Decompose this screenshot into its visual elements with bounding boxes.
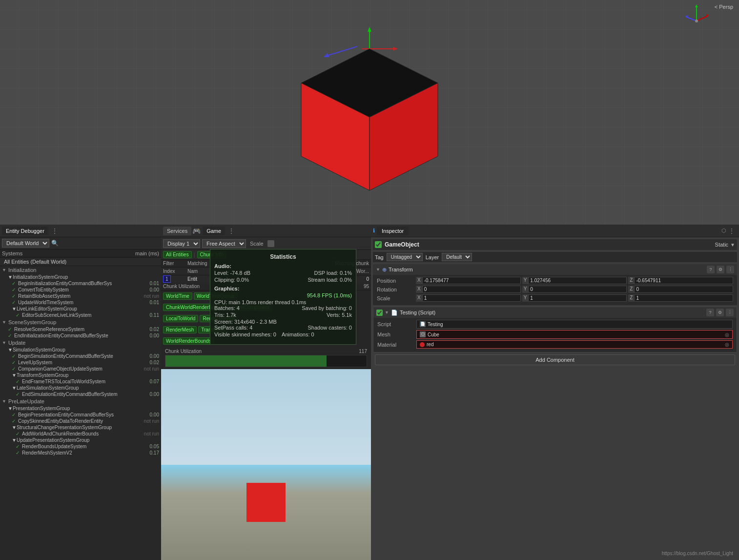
material-field: Material red ◎ <box>377 340 733 349</box>
chunk-util-section-2: Chunk Utilization 117 <box>161 347 371 369</box>
rot-y-input[interactable] <box>528 286 627 293</box>
system-ConvertToEntity[interactable]: ✓ ConvertToEntitySystem 0.00 <box>0 287 161 293</box>
system-BeginSim[interactable]: ✓ BeginSimulationEntityCommandBufferSyst… <box>0 353 161 359</box>
maximize-button[interactable] <box>267 240 274 247</box>
system-RenderMeshV2[interactable]: ✓ RenderMeshSystemV2 0.17 <box>0 450 161 456</box>
group-update[interactable]: ▼ Update <box>0 339 161 347</box>
tag-LocalToWorld[interactable]: LocalToWorld <box>163 315 198 322</box>
group-prelate[interactable]: ▼ PreLateUpdate <box>0 397 161 405</box>
system-UpdatePres[interactable]: ▼ UpdatePresentationSystemGroup <box>0 437 161 443</box>
testing-menu-btn[interactable]: ⋮ <box>726 309 734 316</box>
system-LiveLinkEditor[interactable]: ▼ LiveLinkEditorSystemGroup <box>0 306 161 312</box>
system-BeginInit[interactable]: ✓ BeginInitializationEntityCommandBuffer… <box>0 280 161 287</box>
saved-batching: Saved by batching: 0 <box>302 305 352 311</box>
transform-settings-btn[interactable]: ⚙ <box>717 266 724 273</box>
material-select-btn[interactable]: ◎ <box>725 342 729 347</box>
check-icon: ✓ <box>12 360 17 365</box>
rot-z-input[interactable] <box>634 286 733 293</box>
go-active-checkbox[interactable] <box>375 241 382 248</box>
system-EndInit[interactable]: ✓ EndInitializationEntityCommandBufferSy… <box>0 332 161 339</box>
services-tab[interactable]: Services <box>163 227 191 235</box>
transform-menu-btn[interactable]: ⋮ <box>726 266 734 273</box>
testing-enabled-checkbox[interactable] <box>376 310 383 316</box>
system-StructuralChange[interactable]: ▼ StructuralChangePresentationSystemGrou… <box>0 424 161 431</box>
chunk-util-label-2: Chunk Utilization <box>165 349 202 354</box>
system-name: UpdatePresentationSystemGroup <box>17 437 159 443</box>
system-Simulation[interactable]: ▼ SimulationSystemGroup <box>0 347 161 353</box>
static-dropdown-icon[interactable]: ▼ <box>730 242 735 248</box>
scl-z-input[interactable] <box>634 294 733 302</box>
pos-x-container: X <box>416 277 521 284</box>
aspect-selector[interactable]: Free Aspect <box>202 239 246 248</box>
system-Transform[interactable]: ▼ TransformSystemGroup <box>0 372 161 378</box>
add-component-button[interactable]: Add Component <box>375 354 735 365</box>
script-file-icon: 📄 <box>420 321 426 327</box>
world-selector[interactable]: Default World <box>2 239 49 248</box>
entity-debugger-tab[interactable]: Entity Debugger <box>2 227 48 235</box>
pos-z-container: Z <box>628 277 733 284</box>
scl-x-input[interactable] <box>422 294 521 302</box>
system-RetainBlob[interactable]: ✓ RetainBlobAssetSystem not run <box>0 293 161 299</box>
testing-toggle: ▼ <box>385 310 389 315</box>
testing-help-btn[interactable]: ? <box>706 309 714 316</box>
group-scene[interactable]: ▼ SceneSystemGroup <box>0 318 161 326</box>
system-LateSim[interactable]: ▼ LateSimulationSystemGroup <box>0 385 161 391</box>
system-time: 0.11 <box>132 312 159 318</box>
pos-z-input[interactable] <box>634 277 733 284</box>
entity-debugger-menu[interactable]: ⋮ <box>49 227 60 235</box>
layer-selector[interactable]: Default <box>442 253 472 261</box>
mesh-select-btn[interactable]: ◎ <box>725 332 729 337</box>
system-name: UpdateWorldTimeSystem <box>18 300 132 305</box>
system-LevelUp[interactable]: ✓ LevelUpSystem 0.02 <box>0 359 161 366</box>
game-tab[interactable]: Game <box>203 227 225 235</box>
tag-WorldTime[interactable]: WorldTime <box>163 292 192 300</box>
system-name: LevelUpSystem <box>18 360 132 365</box>
scl-y-input[interactable] <box>528 294 627 302</box>
transform-toggle: ▼ <box>376 267 380 272</box>
system-BeginPres[interactable]: ✓ BeginPresentationEntityCommandBufferSy… <box>0 412 161 418</box>
system-InitializationSystemGroup[interactable]: ▼ InitializationSystemGroup <box>0 274 161 280</box>
transform-help-btn[interactable]: ? <box>707 266 715 273</box>
inspector-tab[interactable]: Inspector <box>377 227 409 235</box>
display-selector[interactable]: Display 1 <box>163 239 200 248</box>
transform-header[interactable]: ▼ ⊕ Transform ? ⚙ ⋮ <box>373 264 737 275</box>
material-ref[interactable]: red ◎ <box>416 340 733 349</box>
system-CompanionGO[interactable]: ✓ CompanionGameObjectUpdateSystem not ru… <box>0 366 161 372</box>
system-ResolveScene[interactable]: ✓ ResolveSceneReferenceSystem 0.02 <box>0 326 161 332</box>
pos-x-input[interactable] <box>422 277 521 284</box>
tag-selector[interactable]: Untagged <box>387 253 423 261</box>
script-ref[interactable]: 📄 Testing <box>416 320 733 329</box>
system-RenderBounds[interactable]: ✓ RenderBoundsUpdateSystem 0.05 <box>0 443 161 450</box>
system-Presentation[interactable]: ▼ PresentationSystemGroup <box>0 405 161 412</box>
mesh-icon: ⬡ <box>420 332 426 337</box>
inspector-menu[interactable]: ⋮ <box>726 227 737 235</box>
system-time: 0.05 <box>132 444 159 449</box>
entity-list[interactable]: ▼ Initialization ▼ InitializationSystemG… <box>0 266 161 560</box>
tag-WorldRenderBounds[interactable]: WorldRenderBounds <box>163 337 214 345</box>
fps-display: 954.8 FPS (1.0ms) <box>214 292 352 298</box>
system-EditorSubScene[interactable]: ✓ EditorSubSceneLiveLinkSystem 0.11 <box>0 312 161 318</box>
all-entities-btn[interactable]: All Entities <box>163 251 192 258</box>
mesh-ref[interactable]: ⬡ Cube ◎ <box>416 330 733 339</box>
system-UpdateWorld[interactable]: ✓ UpdateWorldTimeSystem 0.01 <box>0 299 161 306</box>
cube-3d <box>272 29 467 215</box>
verts: Verts: 5.1k <box>327 312 352 318</box>
rot-y-container: Y <box>522 286 627 293</box>
rot-x-input[interactable] <box>422 286 521 293</box>
dock-icon: ⬡ <box>721 228 726 234</box>
center-menu[interactable]: ⋮ <box>226 227 237 235</box>
group-initialization[interactable]: ▼ Initialization <box>0 266 161 274</box>
system-CopySkinned[interactable]: ✓ CopySkinnedEntityDataToRenderEntity no… <box>0 418 161 424</box>
system-EndFrameTRS[interactable]: ✓ EndFrameTRSToLocalToWorldSystem 0.07 <box>0 378 161 385</box>
system-EndSim[interactable]: ✓ EndSimulationEntityCommandBufferSystem… <box>0 391 161 397</box>
skinned-anim-row: Visible skinned meshes: 0 Animations: 0 <box>214 332 352 337</box>
system-name: LateSimulationSystemGroup <box>17 385 159 391</box>
scl-z-axis: Z <box>628 294 634 302</box>
check-icon: ✓ <box>12 300 17 305</box>
audio-level-row: Level: -74.8 dB DSP load: 0.1% <box>214 270 352 276</box>
pos-y-input[interactable] <box>528 277 627 284</box>
tag-RenderMesh[interactable]: RenderMesh <box>163 326 197 333</box>
system-AddWorld[interactable]: ✓ AddWorldAndChunkRenderBounds not run <box>0 431 161 437</box>
testing-settings-btn[interactable]: ⚙ <box>716 309 724 316</box>
testing-header[interactable]: ▼ 📄 Testing (Script) ? ⚙ ⋮ <box>373 307 737 318</box>
